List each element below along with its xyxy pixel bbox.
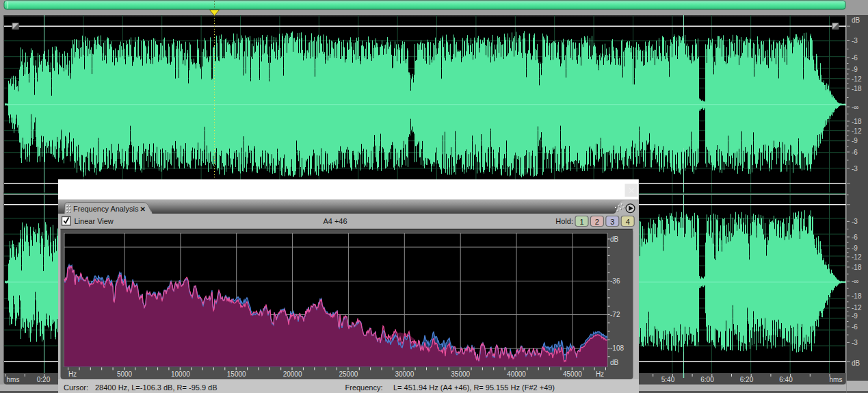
svg-text:-3: -3 xyxy=(852,218,858,225)
svg-text:Hz: Hz xyxy=(68,370,77,378)
svg-text:6:00: 6:00 xyxy=(700,376,714,383)
svg-text:4: 4 xyxy=(626,218,630,226)
svg-text:28400 Hz, L=-106.3 dB, R= -95.: 28400 Hz, L=-106.3 dB, R= -95.9 dB xyxy=(95,383,218,392)
svg-text:-6: -6 xyxy=(852,54,858,62)
svg-text:-108: -108 xyxy=(610,344,624,352)
svg-text:Cursor:: Cursor: xyxy=(64,383,88,392)
svg-text:-3: -3 xyxy=(852,37,858,45)
svg-text:-9: -9 xyxy=(852,244,858,252)
svg-text:dB: dB xyxy=(610,236,619,243)
svg-text:-18: -18 xyxy=(852,85,862,92)
svg-text:-∞: -∞ xyxy=(852,103,858,111)
svg-text:15000: 15000 xyxy=(227,370,246,378)
svg-text:Frequency Analysis: Frequency Analysis xyxy=(73,205,139,213)
svg-text:25000: 25000 xyxy=(339,370,358,378)
svg-text:-18: -18 xyxy=(852,118,862,125)
svg-text:dB: dB xyxy=(610,359,619,366)
svg-text:-6: -6 xyxy=(852,149,858,156)
svg-text:1: 1 xyxy=(579,218,583,226)
svg-text:45000: 45000 xyxy=(563,370,582,378)
svg-text:2: 2 xyxy=(595,218,599,226)
svg-text:-36: -36 xyxy=(610,277,620,285)
svg-text:6:40: 6:40 xyxy=(779,376,793,383)
svg-text:dB: dB xyxy=(852,359,860,367)
svg-text:-9: -9 xyxy=(852,66,858,73)
svg-text:Frequency:: Frequency: xyxy=(345,383,383,392)
svg-text:20000: 20000 xyxy=(283,370,302,378)
svg-text:30000: 30000 xyxy=(395,370,414,378)
svg-text:6:20: 6:20 xyxy=(740,376,754,383)
svg-text:-9: -9 xyxy=(852,312,858,320)
svg-text:10000: 10000 xyxy=(171,370,190,378)
svg-text:-12: -12 xyxy=(852,127,862,135)
svg-text:-6: -6 xyxy=(852,233,858,241)
svg-text:-12: -12 xyxy=(852,253,862,261)
svg-text:-∞: -∞ xyxy=(852,277,858,285)
svg-text:3: 3 xyxy=(610,218,614,226)
svg-text:-9: -9 xyxy=(852,137,858,144)
svg-text:-12: -12 xyxy=(852,75,862,83)
svg-text:0:20: 0:20 xyxy=(37,376,51,383)
svg-text:35000: 35000 xyxy=(451,370,470,378)
svg-text:5:40: 5:40 xyxy=(661,376,675,383)
svg-text:hms: hms xyxy=(830,376,843,383)
svg-text:-3: -3 xyxy=(852,165,858,173)
svg-text:Hz: Hz xyxy=(596,370,604,378)
svg-text:5000: 5000 xyxy=(117,370,133,378)
svg-text:Hold:: Hold: xyxy=(555,217,573,225)
svg-text:-72: -72 xyxy=(610,311,620,318)
svg-text:dB: dB xyxy=(852,16,860,24)
svg-text:40000: 40000 xyxy=(507,370,526,378)
svg-text:hms: hms xyxy=(7,376,20,383)
svg-text:-12: -12 xyxy=(852,304,862,312)
svg-text:-18: -18 xyxy=(852,264,862,271)
svg-text:-3: -3 xyxy=(852,339,858,346)
svg-text:L= 451.94 Hz (A4 +46), R= 95.1: L= 451.94 Hz (A4 +46), R= 95.155 Hz (F#2… xyxy=(393,383,555,392)
svg-text:A4 +46: A4 +46 xyxy=(323,217,347,225)
svg-text:-18: -18 xyxy=(852,292,862,300)
svg-text:Linear View: Linear View xyxy=(75,217,114,225)
svg-text:✕: ✕ xyxy=(140,205,146,213)
svg-text:-6: -6 xyxy=(852,323,858,331)
